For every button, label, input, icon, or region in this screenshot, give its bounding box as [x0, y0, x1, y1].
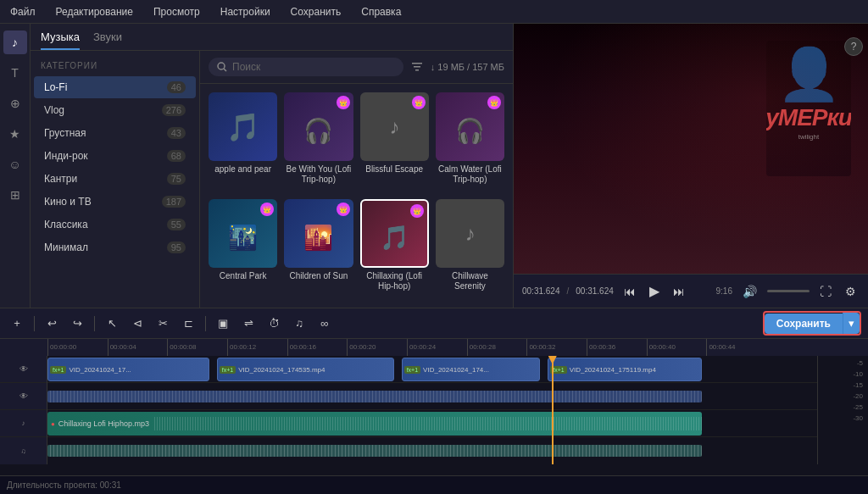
- music-card-4[interactable]: 👑 🎧 Calm Water (Lofi Trip-hop): [436, 92, 504, 192]
- music-card-2[interactable]: 👑 🎧 Be With You (Lofi Trip-hop): [284, 92, 353, 192]
- play-button[interactable]: ▶: [646, 281, 663, 301]
- category-country[interactable]: Кантри 75: [34, 168, 196, 190]
- tracks-container: 👁 👁 ♪ ♫ fx+1 VID_20241024_17... fx+1: [0, 356, 868, 464]
- category-lofi[interactable]: Lo-Fi 46: [34, 76, 196, 98]
- music-thumb-6: 👑 🌇: [284, 199, 353, 268]
- video-fx[interactable]: ▣: [213, 314, 233, 334]
- music-title-1: apple and pear: [209, 164, 277, 175]
- track-content-area: fx+1 VID_20241024_17... fx+1 VID_2024102…: [47, 356, 817, 464]
- search-input-wrap[interactable]: [209, 58, 403, 76]
- category-cinema[interactable]: Кино и ТВ 187: [34, 191, 196, 213]
- rewind-button[interactable]: ⏮: [620, 283, 639, 300]
- save-dropdown-button[interactable]: ▾: [843, 313, 860, 334]
- filter-icon[interactable]: [410, 60, 424, 74]
- menu-edit[interactable]: Редактирование: [53, 4, 136, 19]
- redo-button[interactable]: ↪: [67, 314, 87, 334]
- video-track-1: fx+1 VID_20241024_17... fx+1 VID_2024102…: [47, 356, 817, 383]
- tab-music[interactable]: Музыка: [41, 31, 80, 50]
- music-card-3[interactable]: 👑 ♪ Blissful Escape: [360, 92, 429, 192]
- volume-button[interactable]: 🔊: [739, 283, 760, 300]
- category-vlog[interactable]: Vlog 276: [34, 99, 196, 121]
- music-grid-area: ↓ 19 МБ / 157 МБ 🎵 apple and pear 👑: [200, 51, 513, 308]
- category-classic[interactable]: Классика 55: [34, 214, 196, 236]
- audio-control[interactable]: ♪: [22, 419, 25, 427]
- music-thumb-8: ♪: [436, 199, 504, 268]
- speed[interactable]: ⏱: [264, 314, 284, 334]
- search-input[interactable]: [232, 61, 395, 73]
- audio-waveform: [47, 445, 702, 457]
- save-main-button[interactable]: Сохранить: [765, 314, 843, 334]
- settings-button[interactable]: ⚙: [842, 283, 860, 300]
- music-card-8[interactable]: ♪ Chillwave Serenity: [436, 199, 504, 299]
- music-grid: 🎵 apple and pear 👑 🎧 Be With You (Lofi T…: [200, 84, 513, 308]
- forward-button[interactable]: ⏭: [670, 283, 688, 300]
- music-title-2: Be With You (Lofi Trip-hop): [284, 164, 353, 185]
- menu-save[interactable]: Сохранить: [287, 4, 345, 19]
- music-card-5[interactable]: 👑 🌃 Central Park: [209, 199, 277, 299]
- music-title-8: Chillwave Serenity: [436, 271, 504, 291]
- clip-4[interactable]: fx+1 VID_20241024_175119.mp4: [548, 358, 702, 381]
- category-sad[interactable]: Грустная 43: [34, 122, 196, 144]
- more-tools[interactable]: ∞: [314, 314, 335, 334]
- volume-slider[interactable]: [767, 290, 810, 292]
- add-track-button[interactable]: +: [7, 314, 27, 334]
- help-button[interactable]: ?: [844, 37, 863, 56]
- menu-bar: Файл Редактирование Просмотр Настройки С…: [0, 0, 868, 24]
- timeline-toolbar: + ↩ ↪ ↖ ⊲ ✂ ⊏ ▣ ⇌ ⏱ ♫ ∞ Сохранить ▾: [0, 308, 868, 339]
- sidebar-icon-grid[interactable]: ⊞: [3, 183, 27, 207]
- toolbar-sep-1: [34, 316, 35, 331]
- video-waveform: [47, 391, 702, 402]
- music-card-6[interactable]: 👑 🌇 Children of Sun: [284, 199, 353, 299]
- music-thumb-5: 👑 🌃: [209, 199, 277, 268]
- crown-badge-7: 👑: [410, 204, 424, 218]
- music-title-7: Chillaxing (Lofi Hip-hop): [360, 271, 429, 291]
- clip-3[interactable]: fx+1 VID_20241024_174...: [402, 358, 540, 381]
- audio-fx[interactable]: ♫: [289, 314, 309, 334]
- svg-rect-3: [414, 66, 420, 68]
- search-bar: ↓ 19 МБ / 157 МБ: [200, 51, 513, 84]
- trim-tool[interactable]: ⊏: [178, 314, 198, 334]
- sidebar-icon-face[interactable]: ☺: [3, 153, 27, 176]
- menu-file[interactable]: Файл: [7, 4, 39, 19]
- fullscreen-button[interactable]: ⛶: [816, 283, 835, 300]
- cursor-tool[interactable]: ↖: [102, 314, 122, 334]
- sidebar-icon-effects[interactable]: ⊕: [3, 92, 27, 115]
- timeline-ruler: 00:00:00 00:00:04 00:00:08 00:00:12 00:0…: [0, 339, 868, 356]
- sidebar-icon-sticker[interactable]: ★: [3, 122, 27, 146]
- menu-help[interactable]: Справка: [358, 4, 404, 19]
- menu-view[interactable]: Просмотр: [150, 4, 203, 19]
- svg-point-0: [218, 63, 225, 69]
- crown-badge-6: 👑: [337, 203, 350, 216]
- download-info: ↓ 19 МБ / 157 МБ: [431, 62, 504, 72]
- music-card-1[interactable]: 🎵 apple and pear: [209, 92, 277, 192]
- music-title-4: Calm Water (Lofi Trip-hop): [436, 164, 504, 185]
- music-thumb-3: 👑 ♪: [360, 92, 429, 161]
- music-card-7[interactable]: 👑 🎵 Chillaxing (Lofi Hip-hop): [360, 199, 429, 299]
- crown-badge-2: 👑: [337, 96, 350, 109]
- eye-icon[interactable]: 👁: [19, 364, 28, 374]
- clip-1[interactable]: fx+1 VID_20241024_17...: [47, 358, 209, 381]
- audio-clip[interactable]: ● Chillaxing Lofi Hiphop.mp3: [47, 412, 702, 436]
- category-minimal[interactable]: Минимал 95: [34, 236, 196, 258]
- video-waveform-track: [47, 383, 817, 410]
- music-note-8: ♪: [465, 222, 475, 246]
- cut-tool[interactable]: ✂: [153, 314, 173, 334]
- time-total: 00:31.624: [576, 286, 614, 296]
- video-preview: 👤 уМЕРки twilight: [514, 24, 868, 274]
- music-title-5: Central Park: [209, 271, 277, 281]
- menu-settings[interactable]: Настройки: [217, 4, 274, 19]
- ripple-tool[interactable]: ⊲: [127, 314, 147, 334]
- music-thumb-7: 👑 🎵: [360, 199, 429, 268]
- sidebar-icon-text[interactable]: T: [3, 61, 27, 85]
- audio-control-2[interactable]: ♫: [21, 447, 26, 455]
- undo-button[interactable]: ↩: [42, 314, 62, 334]
- category-indie[interactable]: Инди-рок 68: [34, 145, 196, 167]
- tab-sounds[interactable]: Звуки: [93, 31, 122, 50]
- transition[interactable]: ⇌: [238, 314, 259, 334]
- inner-layout: ♪ T ⊕ ★ ☺ ⊞ Музыка Звуки КАТЕГОРИИ Lo-Fi…: [0, 24, 868, 308]
- clip-2[interactable]: fx+1 VID_20241024_174535.mp4: [217, 358, 394, 381]
- sidebar-icon-music[interactable]: ♪: [3, 31, 27, 54]
- crown-badge-4: 👑: [487, 96, 501, 109]
- preview-size: 9:16: [716, 286, 732, 296]
- eye-icon-2[interactable]: 👁: [19, 391, 28, 401]
